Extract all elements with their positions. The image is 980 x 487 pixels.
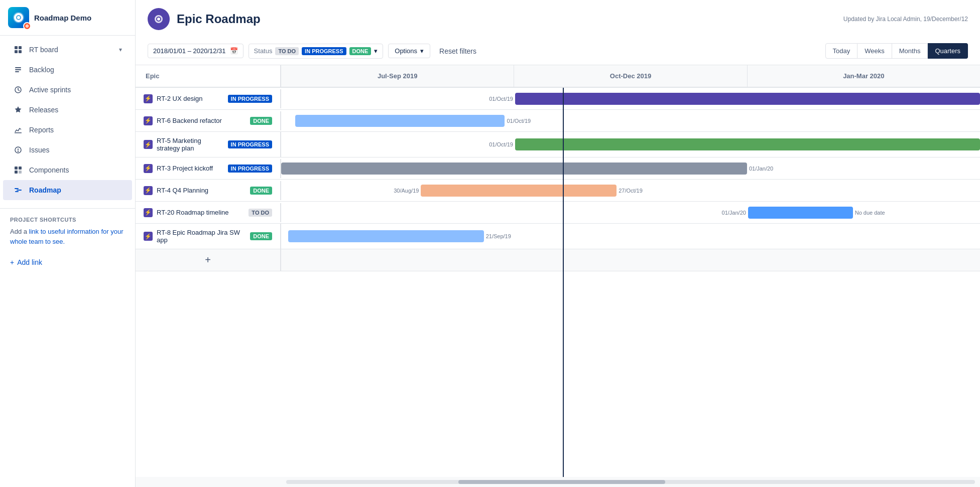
svg-rect-16 [15, 171, 18, 174]
bar-end-date-rt20: No due date [855, 210, 885, 216]
reports-icon [13, 125, 23, 135]
epic-name-rt3: RT-3 Project kickoff [157, 165, 224, 172]
date-range-value: 2018/01/01 – 2020/12/31 [153, 47, 226, 55]
bar-end-date-rt6: 01/Oct/19 [507, 118, 531, 124]
epic-label-rt4: ⚡ RT-4 Q4 Planning DONE [136, 181, 281, 200]
shortcuts-title: PROJECT SHORTCUTS [10, 217, 125, 223]
timeline-headers: Jul-Sep 2019 Oct-Dec 2019 Jan-Mar 2020 [281, 65, 980, 87]
bar-end-date-rt3: 01/Jan/20 [749, 166, 773, 172]
months-button[interactable]: Months [892, 43, 928, 59]
epic-row-rt6: ⚡ RT-6 Backend refactor DONE 01/Oct/19 [136, 110, 980, 132]
nav-label: Reports [29, 126, 54, 134]
epic-row-rt2: ⚡ RT-2 UX design IN PROGRESS 01/Oct/19 0… [136, 88, 980, 110]
svg-rect-7 [15, 69, 21, 70]
page-title: Epic Roadmap [177, 12, 261, 26]
add-epic-row[interactable]: + [136, 249, 980, 271]
todo-badge: TO DO [275, 47, 299, 55]
shortcuts-text: Add a link to useful information for you… [10, 227, 125, 246]
releases-icon [13, 105, 23, 115]
epic-label-rt20: ⚡ RT-20 Roadmap timeline TO DO [136, 203, 281, 222]
sidebar-item-active-sprints[interactable]: Active sprints [3, 80, 132, 100]
bar-start-date-rt5: 01/Oct/19 [489, 141, 513, 147]
empty-area [136, 271, 980, 372]
chevron-down-icon: ▾ [119, 46, 122, 53]
sidebar-item-backlog[interactable]: Backlog [3, 60, 132, 80]
main-header: Epic Roadmap Updated by Jira Local Admin… [136, 0, 980, 65]
updated-text: Updated by Jira Local Admin, 19/December… [843, 16, 968, 23]
svg-rect-14 [15, 167, 18, 170]
gantt-bar-rt5[interactable]: 01/Oct/19 [515, 138, 980, 150]
sidebar-item-reports[interactable]: Reports [3, 120, 132, 140]
epic-row-rt4: ⚡ RT-4 Q4 Planning DONE 30/Aug/19 27/Oct… [136, 180, 980, 202]
gantt-bar-rt3[interactable]: 01/Jan/20 [281, 163, 747, 175]
epic-icon-rt2: ⚡ [144, 94, 153, 103]
gantt-bar-rt20[interactable]: 01/Jan/20 No due date [748, 207, 853, 219]
epic-status-rt4: DONE [250, 187, 272, 195]
roadmap-grid: Epic Jul-Sep 2019 Oct-Dec 2019 Jan-Mar 2… [136, 65, 980, 487]
bar-end-date-rt8: 21/Sep/19 [486, 233, 511, 239]
scrollbar-track[interactable] [286, 480, 975, 484]
reset-filters-button[interactable]: Reset filters [435, 44, 480, 58]
gantt-bar-rt6[interactable]: 01/Oct/19 [295, 115, 505, 127]
epic-icon-rt20: ⚡ [144, 208, 153, 217]
bar-start-date-rt20: 01/Jan/20 [722, 210, 746, 216]
scrollbar-thumb[interactable] [458, 480, 665, 484]
sidebar-item-releases[interactable]: Releases [3, 100, 132, 120]
epic-status-rt3: IN PROGRESS [228, 165, 272, 173]
date-range-picker[interactable]: 2018/01/01 – 2020/12/31 📅 [148, 44, 243, 58]
svg-point-1 [17, 16, 20, 19]
epic-row-rt3: ⚡ RT-3 Project kickoff IN PROGRESS 01/Ja… [136, 157, 980, 180]
view-buttons: Today Weeks Months Quarters [825, 43, 968, 59]
epic-icon-rt8: ⚡ [144, 232, 153, 241]
logo-badge: ⊕ [23, 22, 31, 30]
epic-label-rt3: ⚡ RT-3 Project kickoff IN PROGRESS [136, 159, 281, 178]
epic-label-rt2: ⚡ RT-2 UX design IN PROGRESS [136, 89, 281, 108]
roadmap-container[interactable]: Epic Jul-Sep 2019 Oct-Dec 2019 Jan-Mar 2… [136, 65, 980, 487]
epic-name-rt20: RT-20 Roadmap timeline [157, 209, 244, 216]
sidebar-nav: RT board ▾ Backlog Active sprints Releas… [0, 36, 135, 204]
add-epic-button[interactable]: + [136, 249, 281, 271]
today-button[interactable]: Today [825, 43, 858, 59]
epic-status-rt2: IN PROGRESS [228, 95, 272, 103]
svg-point-22 [157, 18, 160, 21]
epic-icon-rt3: ⚡ [144, 164, 153, 173]
gantt-bar-rt2[interactable]: 01/Oct/19 01/Jan/20 [515, 93, 980, 105]
svg-rect-6 [15, 67, 21, 68]
shortcuts-link[interactable]: link to useful information for your whol… [10, 228, 123, 245]
sprint-icon [13, 85, 23, 95]
epic-status-rt8: DONE [250, 232, 272, 240]
svg-rect-10 [15, 132, 22, 133]
bar-start-date-rt4: 30/Aug/19 [394, 188, 419, 194]
status-filter[interactable]: Status TO DO IN PROGRESS DONE ▾ [249, 44, 384, 59]
gantt-bar-rt8[interactable]: 21/Sep/19 [288, 230, 484, 242]
quarters-button[interactable]: Quarters [928, 43, 968, 59]
add-link-button[interactable]: + Add link [0, 254, 135, 270]
options-button[interactable]: Options ▾ [388, 44, 430, 58]
weeks-button[interactable]: Weeks [858, 43, 892, 59]
sidebar-item-components[interactable]: Components [3, 160, 132, 180]
nav-label: RT board [29, 46, 58, 54]
main-content: Epic Roadmap Updated by Jira Local Admin… [136, 0, 980, 487]
gantt-bar-rt4[interactable]: 30/Aug/19 27/Oct/19 [421, 185, 617, 197]
quarter-oct-dec: Oct-Dec 2019 [514, 65, 747, 87]
svg-rect-3 [19, 46, 22, 49]
add-link-label: Add link [17, 258, 42, 266]
nav-label: Roadmap [29, 186, 61, 194]
sidebar-item-issues[interactable]: Issues [3, 140, 132, 160]
sidebar-item-roadmap[interactable]: Roadmap [3, 180, 132, 200]
epic-label-rt5: ⚡ RT-5 Marketing strategy plan IN PROGRE… [136, 132, 281, 157]
nav-label: Releases [29, 106, 58, 114]
sidebar-item-rt-board[interactable]: RT board ▾ [3, 40, 132, 60]
epic-status-rt20: TO DO [249, 209, 272, 217]
epic-icon-rt6: ⚡ [144, 116, 153, 125]
toolbar: 2018/01/01 – 2020/12/31 📅 Status TO DO I… [148, 37, 968, 65]
plus-icon: + [10, 258, 14, 266]
epic-icon-rt5: ⚡ [144, 140, 153, 149]
scrollbar-area[interactable] [136, 477, 980, 487]
epic-row-rt5: ⚡ RT-5 Marketing strategy plan IN PROGRE… [136, 132, 980, 157]
chevron-down-icon: ▾ [374, 47, 378, 55]
epic-row-rt8: ⚡ RT-8 Epic Roadmap Jira SW app DONE 21/… [136, 224, 980, 249]
status-label: Status [254, 47, 273, 55]
svg-rect-5 [19, 50, 22, 53]
epic-label-rt6: ⚡ RT-6 Backend refactor DONE [136, 111, 281, 130]
